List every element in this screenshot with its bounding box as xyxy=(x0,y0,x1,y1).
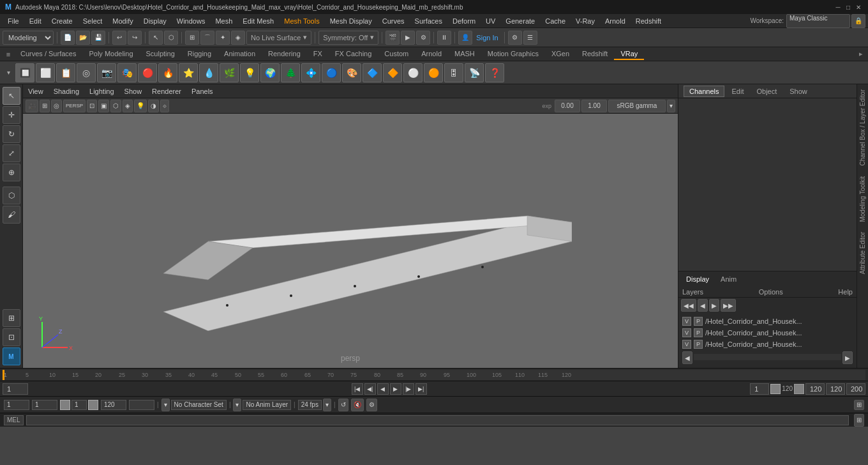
frame-in-field[interactable]: 1 xyxy=(750,383,769,395)
prefs-btn[interactable]: ⚙ xyxy=(508,31,522,45)
mel-mode-toggle[interactable]: MEL xyxy=(4,415,24,425)
shelf-icon-2[interactable]: ⬜ xyxy=(36,63,55,82)
window-controls[interactable]: ─ □ ✕ xyxy=(834,3,863,11)
play-forward-btn[interactable]: ▶ xyxy=(390,383,401,395)
wireframe-btn[interactable]: ⬡ xyxy=(110,100,121,112)
anim-layer-field[interactable]: No Anim Layer xyxy=(243,400,291,410)
menu-curves[interactable]: Curves xyxy=(377,16,410,26)
menu-mesh-display[interactable]: Mesh Display xyxy=(325,16,377,26)
mute-btn[interactable]: 🔇 xyxy=(351,399,364,411)
anim-end-field[interactable]: 200 xyxy=(846,383,865,395)
tab-custom[interactable]: Custom xyxy=(378,49,415,60)
camera-tool-btn[interactable]: 🎥 xyxy=(26,100,38,112)
shelf-icon-16[interactable]: 🔵 xyxy=(322,63,341,82)
go-start-btn[interactable]: |◀ xyxy=(352,383,363,395)
layer-arrow-2[interactable]: ◀ xyxy=(698,299,708,312)
tab-mash[interactable]: MASH xyxy=(448,49,481,60)
maximize-button[interactable]: □ xyxy=(844,3,853,11)
redo-button[interactable]: ↪ xyxy=(128,31,142,45)
menu-mesh[interactable]: Mesh xyxy=(210,16,237,26)
exposure-field[interactable]: 0.00 xyxy=(555,100,580,112)
tab-rendering[interactable]: Rendering xyxy=(262,49,307,60)
workspace-lock[interactable]: 🔒 xyxy=(851,14,865,28)
renderer-menu[interactable]: Renderer xyxy=(149,86,184,96)
lighting-menu[interactable]: Lighting xyxy=(87,86,117,96)
menu-file[interactable]: File xyxy=(3,16,24,26)
menu-select[interactable]: Select xyxy=(78,16,108,26)
shelf-icon-23[interactable]: 📡 xyxy=(465,63,484,82)
minimize-button[interactable]: ─ xyxy=(834,3,842,11)
frame-slider-thumb[interactable] xyxy=(770,384,781,394)
mel-input-field[interactable] xyxy=(26,415,849,425)
shelf-icon-10[interactable]: 💧 xyxy=(199,63,218,82)
xray-btn[interactable]: ⟐ xyxy=(160,100,169,112)
tab-curves-surfaces[interactable]: Curves / Surfaces xyxy=(14,49,82,60)
snap-grid[interactable]: ⊞ xyxy=(185,31,199,45)
shelf-icon-19[interactable]: 🔶 xyxy=(383,63,402,82)
soft-select-btn[interactable]: ⬡ xyxy=(3,187,20,204)
attribute-editor-side-tab[interactable]: Attribute Editor xyxy=(858,227,867,279)
frame-field-3[interactable]: 1 xyxy=(71,400,87,410)
menu-display[interactable]: Display xyxy=(138,16,172,26)
menu-generate[interactable]: Generate xyxy=(500,16,540,26)
layer-playback-2[interactable]: P xyxy=(694,328,703,337)
layer-visibility-2[interactable]: V xyxy=(682,328,691,337)
shelf-icon-17[interactable]: 🎨 xyxy=(342,63,361,82)
layer-scrollbar[interactable] xyxy=(694,354,841,360)
hotbox-btn[interactable]: ☰ xyxy=(523,31,537,45)
render-btn[interactable]: 🎬 xyxy=(385,31,400,45)
display-tab[interactable]: Display xyxy=(681,274,714,284)
layer-scroll-right[interactable]: ▶ xyxy=(842,351,853,364)
shadow-btn[interactable]: ◑ xyxy=(148,100,159,112)
shelf-icon-22[interactable]: 🎛 xyxy=(444,63,463,82)
anim-slider-l[interactable] xyxy=(60,400,70,410)
shelf-icon-20[interactable]: ⚪ xyxy=(403,63,423,82)
shelf-icon-12[interactable]: 💡 xyxy=(240,63,259,82)
anim-start-field[interactable]: 120 xyxy=(826,383,845,395)
mode-dropdown[interactable]: Modeling xyxy=(3,31,54,45)
frame-out-field[interactable]: 120 xyxy=(805,383,825,395)
display-type-btn[interactable]: ▣ xyxy=(98,100,109,112)
layer-visibility-3[interactable]: V xyxy=(682,340,691,349)
workspace-dropdown[interactable]: Maya Classic xyxy=(786,14,850,28)
menu-vray[interactable]: V-Ray xyxy=(571,16,600,26)
open-button[interactable]: 📂 xyxy=(76,31,90,45)
translate-btn[interactable]: ✛ xyxy=(3,106,20,124)
focus-btn[interactable]: ◎ xyxy=(51,100,62,112)
anim-slider-r[interactable] xyxy=(88,400,98,410)
shelf-icon-18[interactable]: 🔷 xyxy=(363,63,382,82)
tab-fx-caching[interactable]: FX Caching xyxy=(329,49,378,60)
smooth-btn[interactable]: ◈ xyxy=(123,100,133,112)
shelf-icon-11[interactable]: 🌿 xyxy=(220,63,239,82)
anim-layer-arrow[interactable]: ▾ xyxy=(233,399,241,411)
close-button[interactable]: ✕ xyxy=(854,3,863,11)
layer-arrow-3[interactable]: ▶ xyxy=(709,299,719,312)
scale-btn[interactable]: ⤢ xyxy=(3,144,20,162)
tab-poly-modeling[interactable]: Poly Modeling xyxy=(82,49,139,60)
shelf-icon-5[interactable]: 📷 xyxy=(97,63,116,82)
edit-tab[interactable]: Edit xyxy=(726,86,749,97)
char-set-arrow[interactable]: ▾ xyxy=(161,399,170,411)
shelf-icon-21[interactable]: 🟠 xyxy=(424,63,443,82)
shelf-icon-6[interactable]: 🎭 xyxy=(117,63,137,82)
shelf-icon-options[interactable]: ▾ xyxy=(3,67,14,79)
menu-uv[interactable]: UV xyxy=(481,16,500,26)
shelf-icon-14[interactable]: 🌲 xyxy=(281,63,300,82)
go-end-btn[interactable]: ▶| xyxy=(415,383,427,395)
tab-arnold[interactable]: Arnold xyxy=(415,49,448,60)
gamma-arrow[interactable]: ▾ xyxy=(667,100,675,112)
save-button[interactable]: 💾 xyxy=(91,31,105,45)
shelf-icon-13[interactable]: 🌍 xyxy=(260,63,280,82)
tab-motion-graphics[interactable]: Motion Graphics xyxy=(481,49,545,60)
shelf-icon-15[interactable]: 💠 xyxy=(301,63,320,82)
symmetry-dropdown[interactable]: Symmetry: Off ▾ xyxy=(318,31,378,45)
sign-in-btn[interactable]: 👤 xyxy=(458,31,472,45)
pause-btn[interactable]: ⏸ xyxy=(437,31,451,45)
tab-animation[interactable]: Animation xyxy=(218,49,262,60)
layer-arrow-1[interactable]: ◀◀ xyxy=(681,299,696,312)
shelf-icon-3[interactable]: 📋 xyxy=(56,63,75,82)
undo-button[interactable]: ↩ xyxy=(112,31,126,45)
shelf-icon-9[interactable]: ⭐ xyxy=(179,63,198,82)
tab-rigging[interactable]: Rigging xyxy=(181,49,218,60)
char-set-field[interactable]: No Character Set xyxy=(171,400,227,410)
